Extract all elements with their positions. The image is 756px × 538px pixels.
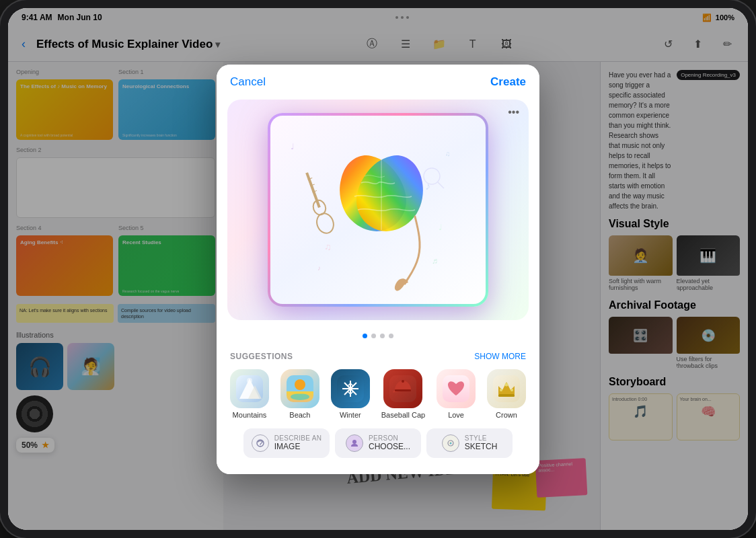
- brain-svg: ♩ ♫ ♪ ♬: [277, 122, 479, 297]
- modal-actions: DESCRIBE AN IMAGE: [230, 428, 526, 469]
- svg-text:♬: ♬: [432, 256, 438, 266]
- svg-point-14: [424, 168, 440, 184]
- svg-line-15: [438, 182, 444, 188]
- svg-text:♫: ♫: [445, 150, 451, 157]
- describe-image-text: DESCRIBE AN IMAGE: [274, 434, 322, 451]
- style-sketch-button[interactable]: STYLE SKETCH: [426, 428, 513, 458]
- ipad-frame: 9:41 AM Mon Jun 10 📶 100% ‹ Effects of M…: [0, 0, 756, 538]
- chip-label-baseball-cap: Baseball Cap: [381, 411, 425, 419]
- svg-text:♫: ♫: [324, 241, 332, 252]
- chip-label-beach: Beach: [289, 411, 310, 419]
- ipad-screen: 9:41 AM Mon Jun 10 📶 100% ‹ Effects of M…: [8, 8, 748, 530]
- chip-love[interactable]: Love: [437, 369, 476, 419]
- person-icon: [346, 434, 363, 452]
- style-value: SKETCH: [465, 442, 498, 451]
- chip-icon-mountains: [230, 369, 269, 408]
- svg-point-22: [291, 393, 309, 400]
- svg-text:♩: ♩: [439, 223, 443, 232]
- chip-icon-beach: [280, 369, 319, 408]
- dot-4: [389, 334, 393, 338]
- svg-point-39: [504, 383, 508, 386]
- image-generation-modal: Cancel Create •••: [217, 65, 539, 474]
- chip-label-crown: Crown: [496, 411, 517, 419]
- svg-point-40: [500, 389, 502, 391]
- chip-label-love: Love: [448, 411, 464, 419]
- pagination-dots: [217, 325, 539, 344]
- suggestions-section: SUGGESTIONS SHOW MORE: [217, 344, 539, 474]
- show-more-button[interactable]: SHOW MORE: [474, 352, 526, 361]
- image-preview-area: ••• ♩ ♫ ♪ ♬: [227, 100, 529, 320]
- suggestions-chips: Mountains: [230, 369, 526, 419]
- svg-point-34: [402, 380, 404, 383]
- modal-header: Cancel Create: [217, 65, 539, 100]
- describe-image-icon: [252, 434, 269, 452]
- modal-overlay: Cancel Create •••: [8, 8, 748, 530]
- svg-text:♩: ♩: [291, 142, 295, 151]
- chip-winter[interactable]: Winter: [331, 369, 370, 419]
- chip-mountains[interactable]: Mountains: [230, 369, 269, 419]
- suggestions-header: SUGGESTIONS SHOW MORE: [230, 352, 526, 361]
- svg-rect-33: [395, 389, 411, 391]
- svg-point-44: [352, 440, 356, 444]
- guitar-sketch: [299, 169, 336, 235]
- chip-icon-winter: [331, 369, 370, 408]
- chip-beach[interactable]: Beach: [280, 369, 319, 419]
- modal-more-button[interactable]: •••: [508, 106, 519, 118]
- describe-value: IMAGE: [274, 442, 322, 451]
- image-gradient-border: ♩ ♫ ♪ ♬: [268, 113, 488, 307]
- svg-point-19: [247, 378, 252, 383]
- person-choose-button[interactable]: PERSON CHOOSE...: [335, 428, 421, 458]
- style-label: STYLE: [465, 434, 498, 442]
- person-choose-text: PERSON CHOOSE...: [369, 434, 410, 451]
- svg-text:♪: ♪: [317, 264, 321, 272]
- chip-label-mountains: Mountains: [233, 411, 267, 419]
- chip-label-winter: Winter: [340, 411, 361, 419]
- chip-baseball-cap[interactable]: Baseball Cap: [381, 369, 425, 419]
- create-button[interactable]: Create: [490, 75, 526, 89]
- suggestions-title: SUGGESTIONS: [230, 352, 293, 361]
- chip-icon-baseball: [383, 369, 422, 408]
- describe-label: DESCRIBE AN: [274, 434, 322, 442]
- main-image: ♩ ♫ ♪ ♬: [270, 116, 486, 304]
- chip-icon-crown: [487, 369, 526, 408]
- svg-rect-38: [498, 394, 515, 397]
- svg-point-43: [260, 445, 261, 447]
- svg-point-46: [449, 442, 451, 444]
- cancel-button[interactable]: Cancel: [230, 75, 266, 89]
- svg-rect-6: [305, 172, 321, 208]
- style-icon: [442, 434, 459, 452]
- person-value: CHOOSE...: [369, 442, 410, 451]
- brain-main: [340, 155, 423, 231]
- describe-image-button[interactable]: DESCRIBE AN IMAGE: [243, 428, 330, 458]
- svg-point-21: [295, 379, 305, 390]
- chip-crown[interactable]: Crown: [487, 369, 526, 419]
- dot-2: [371, 334, 376, 338]
- chip-icon-love: [437, 369, 476, 408]
- style-sketch-text: STYLE SKETCH: [465, 434, 498, 451]
- person-label: PERSON: [369, 434, 410, 442]
- dot-1: [363, 334, 367, 338]
- dot-3: [380, 334, 385, 338]
- svg-point-41: [511, 389, 513, 391]
